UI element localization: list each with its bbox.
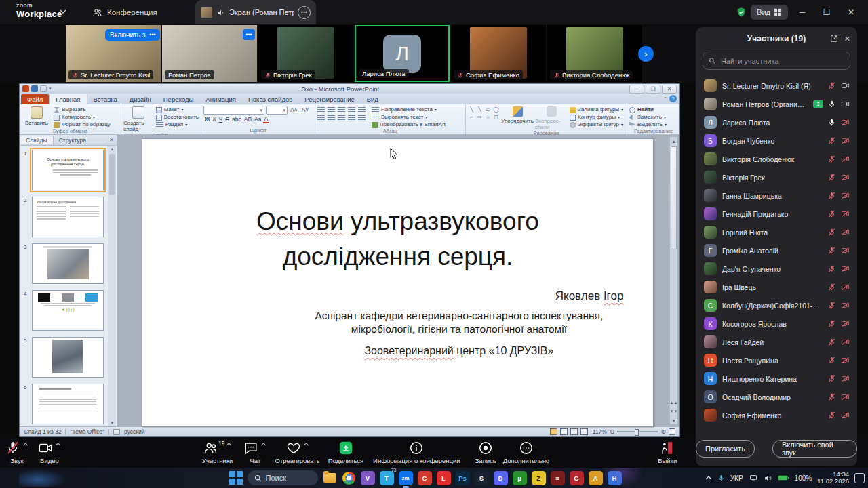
section-button[interactable]: Раздел ▾ bbox=[156, 121, 199, 128]
close-pane-icon[interactable]: ✕ bbox=[109, 137, 117, 143]
participant-search[interactable] bbox=[703, 52, 850, 70]
tray-network-icon[interactable] bbox=[749, 474, 758, 482]
record-button[interactable]: Запись bbox=[475, 441, 496, 464]
participant-row[interactable]: ННишпоренко Катерина bbox=[696, 369, 857, 388]
status-language[interactable]: русский bbox=[124, 428, 145, 435]
taskbar-app-app-game[interactable]: G bbox=[570, 471, 584, 485]
taskbar-app-app-l[interactable]: L bbox=[437, 471, 451, 485]
align-right-button[interactable] bbox=[338, 115, 345, 121]
help-icon[interactable]: ? bbox=[669, 95, 677, 102]
ppt-tab-9[interactable]: Вид bbox=[361, 94, 384, 104]
font-style-button[interactable]: Ж bbox=[203, 116, 212, 123]
arrange-button[interactable]: Упорядочить bbox=[502, 106, 533, 124]
shape-outline-button[interactable]: Контур фигуры ▾ bbox=[570, 114, 623, 121]
shapes-gallery[interactable]: ╲╲▭◯ ⌐⇨☆◻ bbox=[468, 106, 500, 120]
mic-muted-icon[interactable] bbox=[827, 264, 836, 273]
view-button[interactable]: Вид bbox=[751, 5, 788, 20]
shape-fill-button[interactable]: Заливка фигуры ▾ bbox=[570, 106, 623, 113]
video-tile[interactable]: Виктория Слободенюк bbox=[547, 25, 642, 82]
save-icon[interactable] bbox=[31, 85, 38, 92]
participant-row[interactable]: ГГроміка Анатолій bbox=[696, 241, 857, 260]
taskbar-app-app-mini[interactable]: ≡ bbox=[551, 471, 565, 485]
layout-button[interactable]: Макет ▾ bbox=[156, 106, 199, 113]
video-tile[interactable]: •••Роман Петров bbox=[162, 25, 257, 82]
taskbar-app-app-yellow[interactable]: Z bbox=[532, 471, 546, 485]
chevron-down-icon[interactable] bbox=[60, 9, 66, 14]
tray-chevron-icon[interactable] bbox=[705, 476, 712, 480]
close-button[interactable]: ✕ bbox=[841, 3, 861, 21]
slide-thumbnail[interactable]: 2Ультразвукове дослідження bbox=[24, 197, 107, 237]
react-options-chevron[interactable] bbox=[303, 443, 309, 446]
font-style-button[interactable]: S bbox=[224, 116, 231, 123]
smartart-button[interactable]: Преобразовать в SmartArt bbox=[372, 121, 446, 128]
new-slide-button[interactable]: Создать слайд bbox=[123, 106, 154, 132]
popout-icon[interactable] bbox=[830, 35, 838, 43]
participant-row[interactable]: ННастя Рощупкіна bbox=[696, 351, 857, 369]
normal-view-icon[interactable] bbox=[550, 428, 557, 435]
replace-button[interactable]: Заменить ▾ bbox=[629, 114, 667, 121]
ppt-close-button[interactable]: ✕ bbox=[662, 85, 677, 94]
tray-clock[interactable]: 14:34 11.02.2026 bbox=[817, 471, 849, 485]
justify-button[interactable] bbox=[348, 115, 355, 121]
slide-canvas[interactable]: Основи ультразвукового дослідження серця… bbox=[142, 138, 654, 427]
columns-button[interactable] bbox=[358, 115, 366, 121]
taskbar-app-app-gold[interactable]: A bbox=[589, 471, 603, 485]
video-tile[interactable]: Вікторія Грек bbox=[258, 25, 353, 82]
video-tile[interactable]: Включить звук•••Sr. Lecturer Dmytro Kisi… bbox=[66, 25, 161, 82]
camera-icon[interactable] bbox=[840, 100, 850, 108]
participant-row[interactable]: Роман Петров (Организатор)↥ bbox=[696, 95, 857, 113]
align-center-button[interactable] bbox=[328, 115, 335, 121]
tray-language[interactable]: УКР bbox=[730, 474, 743, 482]
camera-off-icon[interactable] bbox=[840, 118, 850, 127]
invite-button[interactable]: Пригласить bbox=[696, 440, 755, 458]
font-style-button[interactable]: АВ bbox=[243, 116, 253, 123]
mic-muted-icon[interactable] bbox=[827, 283, 836, 291]
camera-off-icon[interactable] bbox=[840, 173, 850, 182]
participant-row[interactable]: Горілий Нікіта bbox=[696, 223, 857, 241]
mic-muted-icon[interactable] bbox=[827, 392, 836, 401]
unmute-self-button[interactable]: Включить свой звук bbox=[772, 440, 857, 458]
camera-icon[interactable] bbox=[840, 81, 850, 90]
taskbar-app-viber[interactable]: V bbox=[361, 471, 375, 485]
maximize-button[interactable]: ☐ bbox=[816, 3, 837, 21]
mic-muted-icon[interactable] bbox=[827, 411, 836, 420]
font-style-button[interactable]: Аа bbox=[253, 116, 263, 123]
find-button[interactable]: Найти bbox=[629, 106, 667, 113]
tray-mic-icon[interactable] bbox=[717, 474, 725, 483]
camera-off-icon[interactable] bbox=[840, 264, 850, 273]
mic-muted-icon[interactable] bbox=[827, 81, 836, 90]
undo-icon[interactable] bbox=[40, 85, 47, 92]
participant-row[interactable]: София Ефименко bbox=[696, 406, 857, 424]
next-participants-button[interactable]: › bbox=[638, 46, 654, 62]
notification-center-icon[interactable] bbox=[854, 473, 865, 483]
taskbar-app-app-h[interactable]: H bbox=[608, 471, 622, 485]
video-tile[interactable]: София Ефименко bbox=[451, 25, 546, 82]
slideshow-icon[interactable] bbox=[580, 428, 588, 435]
participant-row[interactable]: Іра Швець bbox=[696, 278, 857, 296]
mic-muted-icon[interactable] bbox=[827, 319, 836, 328]
mic-muted-icon[interactable] bbox=[827, 246, 836, 255]
copy-button[interactable]: Копировать ▾ bbox=[54, 114, 111, 121]
tab-outline[interactable]: Структура bbox=[54, 136, 92, 144]
format-painter-button[interactable]: Формат по образцу bbox=[54, 121, 111, 128]
slide-sorter-icon[interactable] bbox=[560, 428, 568, 435]
zoom-in-icon[interactable]: ⊕ bbox=[660, 428, 666, 435]
video-options-chevron[interactable] bbox=[55, 443, 61, 446]
meeting-info-button[interactable]: Информация о конференции bbox=[373, 441, 460, 464]
participant-row[interactable]: ЛЛариса Плюта bbox=[696, 113, 857, 131]
mic-icon[interactable] bbox=[827, 100, 836, 108]
participant-row[interactable]: Викторія Слободенюк bbox=[696, 150, 857, 168]
mic-muted-icon[interactable] bbox=[827, 209, 836, 218]
ppt-tab-2[interactable]: Главная bbox=[49, 94, 87, 104]
participant-row[interactable]: ККосогоров Ярослав bbox=[696, 314, 857, 333]
participant-row[interactable]: ООсадчий Володимир bbox=[696, 388, 857, 406]
slide-thumbnail[interactable]: 6 bbox=[24, 384, 107, 424]
close-panel-icon[interactable]: ✕ bbox=[844, 35, 850, 43]
slide-scrollbar[interactable]: ▲ ▲▲ ▼▼ ▼ bbox=[669, 136, 678, 425]
participants-button[interactable]: 19 Участники bbox=[202, 441, 233, 464]
mic-muted-icon[interactable] bbox=[827, 191, 836, 200]
share-button[interactable]: Поделиться bbox=[328, 441, 363, 464]
spellcheck-icon[interactable] bbox=[113, 429, 120, 435]
shape-effects-button[interactable]: Эффекты фигур ▾ bbox=[570, 121, 623, 128]
ppt-tab-3[interactable]: Вставка bbox=[87, 94, 123, 104]
